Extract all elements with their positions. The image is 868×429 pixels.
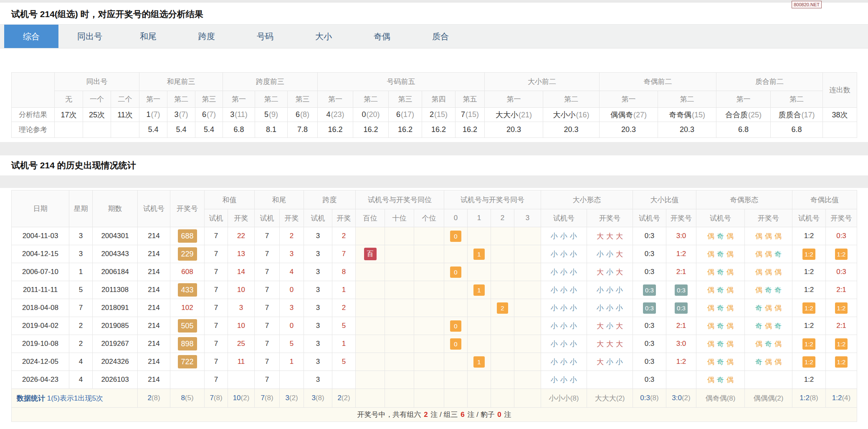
analysis-cell: 6.8 bbox=[771, 122, 823, 138]
seq-char: 小 bbox=[606, 286, 613, 294]
seq-char: 大 bbox=[597, 268, 604, 276]
tab-1[interactable]: 同出号 bbox=[63, 25, 117, 48]
history-group-header: 大小形态 bbox=[541, 190, 633, 209]
analysis-value: 16.2 bbox=[398, 125, 412, 134]
analysis-count: (17) bbox=[802, 111, 815, 119]
tab-0[interactable]: 综合 bbox=[4, 25, 58, 48]
stat-value: 1:2 bbox=[832, 394, 842, 402]
seq-char: 偶 bbox=[707, 250, 714, 258]
analysis-sub-header: 第一 bbox=[485, 91, 543, 108]
span-draw-cell: 5 bbox=[332, 353, 356, 371]
analysis-sub-header: 第一 bbox=[139, 91, 167, 108]
analysis-cell: 20.3 bbox=[600, 122, 658, 138]
history-table-section: 日期星期期数试机号开奖号和值和尾跨度试机号与开奖号同位试机号与开奖号同号大小形态… bbox=[0, 188, 868, 422]
tail-test-cell: 7 bbox=[255, 299, 280, 317]
same-digit-1-cell: 1 bbox=[468, 245, 491, 263]
analysis-value: 5.4 bbox=[204, 125, 214, 134]
cell-value: 0:3 bbox=[643, 284, 656, 296]
analysis-value: 16.2 bbox=[328, 125, 342, 134]
history-stats-row: 数据统计 1(5)表示1出现5次2(8)8(5)7(8)10(2)7(8)3(2… bbox=[12, 389, 857, 408]
stat-count: (8) bbox=[265, 394, 273, 402]
tail-test-cell: 7 bbox=[255, 281, 280, 299]
parity-form-draw-cell: 偶偶奇 bbox=[745, 245, 792, 263]
test-number-cell: 214 bbox=[138, 281, 170, 299]
cell-value: 7 bbox=[342, 250, 346, 258]
weekday-cell: 2 bbox=[69, 335, 93, 353]
test-number-cell: 214 bbox=[138, 227, 170, 245]
sum-test-cell: 7 bbox=[205, 281, 228, 299]
stat-count: (8) bbox=[810, 394, 818, 402]
cell-value: 3 bbox=[290, 250, 294, 258]
analysis-row-label: 理论参考 bbox=[12, 122, 55, 138]
analysis-sub-header: 第四 bbox=[422, 91, 456, 108]
history-row: 2019-04-022201908521450571070350小小小大小大0:… bbox=[12, 317, 857, 335]
tab-6[interactable]: 奇偶 bbox=[355, 25, 409, 48]
same-pos-hundred-stat bbox=[356, 389, 385, 408]
parity-ratio-test-cell: 1:2 bbox=[792, 227, 826, 245]
same-pos-hundred-cell bbox=[356, 299, 385, 317]
same-digit-2-cell: 2 bbox=[491, 299, 514, 317]
tail-draw-cell: 4 bbox=[280, 263, 304, 281]
cell-value: 0 bbox=[450, 267, 461, 278]
tail-draw-cell: 0 bbox=[280, 317, 304, 335]
seq-char: 偶 bbox=[774, 268, 782, 276]
seq-char: 偶 bbox=[707, 286, 714, 294]
tab-4[interactable]: 号码 bbox=[238, 25, 292, 48]
history-sub-header: 试机号 bbox=[696, 209, 745, 227]
cell-value: 5 bbox=[342, 358, 346, 366]
cell-value: 0 bbox=[290, 322, 294, 330]
same-digit-1-cell bbox=[468, 371, 491, 389]
history-sub-header: 开奖号 bbox=[745, 209, 792, 227]
analysis-value: 16.2 bbox=[363, 125, 378, 134]
analysis-cell: 大大小(21) bbox=[485, 108, 543, 122]
analysis-count: (23) bbox=[331, 110, 344, 119]
cell-value: 百 bbox=[364, 248, 377, 260]
seq-char: 大 bbox=[597, 340, 604, 348]
analysis-cell bbox=[83, 122, 111, 138]
same-digit-0-cell bbox=[444, 353, 468, 371]
seq-char: 奇 bbox=[765, 286, 772, 294]
history-row: 2004-12-15320043432142297137337百1小小小小小大0… bbox=[12, 245, 857, 263]
same-digit-1-cell bbox=[468, 317, 491, 335]
seq-char: 奇 bbox=[717, 322, 724, 330]
stat-value: 3 bbox=[285, 394, 289, 402]
history-group-header: 期数 bbox=[93, 190, 138, 227]
watermark-link[interactable]: 800820.NET bbox=[792, 1, 822, 8]
tab-7[interactable]: 质合 bbox=[413, 25, 468, 48]
tab-2[interactable]: 和尾 bbox=[121, 25, 175, 48]
analysis-cell bbox=[111, 122, 139, 138]
sum-test-cell: 7 bbox=[205, 371, 228, 389]
analysis-count: (20) bbox=[367, 110, 380, 119]
stat-value: 10 bbox=[233, 394, 241, 402]
analysis-cell: 7(15) bbox=[456, 108, 485, 122]
seq-char: 奇 bbox=[774, 286, 782, 294]
seq-char: 小 bbox=[560, 232, 567, 240]
size-ratio-draw-cell: 1:2 bbox=[666, 353, 696, 371]
same-pos-hundred-cell bbox=[356, 335, 385, 353]
seq-char: 小 bbox=[560, 304, 567, 312]
size-ratio-draw-cell: 0:3 bbox=[666, 299, 696, 317]
history-sub-header: 试机 bbox=[255, 209, 280, 227]
seq-char: 偶 bbox=[726, 376, 734, 384]
stat-value: 2 bbox=[337, 394, 341, 402]
cell-value: 1 bbox=[473, 356, 485, 368]
same-pos-unit-cell bbox=[414, 263, 444, 281]
cell-value: 1 bbox=[473, 284, 485, 296]
size-form-test-cell: 小小小 bbox=[541, 245, 587, 263]
same-pos-unit-cell bbox=[414, 317, 444, 335]
footer-text: 开奖号中，共有组六 bbox=[357, 411, 423, 419]
size-ratio-test-cell: 0:3 bbox=[633, 299, 666, 317]
same-pos-hundred-cell: 百 bbox=[356, 245, 385, 263]
test-number-cell: 214 bbox=[138, 317, 170, 335]
stats-label-strong: 数据统计 bbox=[17, 394, 45, 402]
tab-3[interactable]: 跨度 bbox=[180, 25, 234, 48]
analysis-value: 3 bbox=[175, 110, 179, 119]
analysis-cell: 16.2 bbox=[389, 122, 422, 138]
seq-char: 大 bbox=[597, 358, 604, 366]
tab-5[interactable]: 大小 bbox=[296, 25, 351, 48]
analysis-sub-header: 第二 bbox=[167, 91, 195, 108]
analysis-header: 试机号 214(组选) 时，对应开奖号的组选分析结果 bbox=[0, 3, 868, 24]
cell-value: 0 bbox=[450, 231, 461, 242]
size-form-test-cell: 小小小 bbox=[541, 335, 587, 353]
size-form-test-cell: 小小小 bbox=[541, 317, 587, 335]
